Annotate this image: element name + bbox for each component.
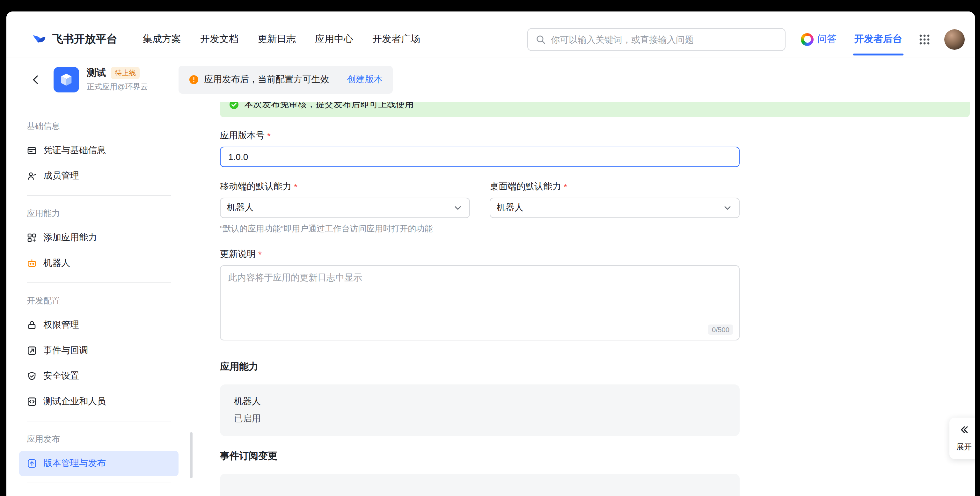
warning-circle-icon xyxy=(189,75,199,85)
robot-icon xyxy=(27,258,37,269)
sidebar-item-label: 成员管理 xyxy=(43,170,79,182)
required-mark: * xyxy=(258,249,262,259)
search-input[interactable] xyxy=(551,34,777,44)
app-cube-icon xyxy=(54,67,79,92)
capability-name: 机器人 xyxy=(234,396,725,407)
notice-text: 应用发布后，当前配置方可生效 xyxy=(204,74,329,86)
publish-notice-banner: 应用发布后，当前配置方可生效 创建版本 xyxy=(178,66,393,94)
sidebar-item-label: 机器人 xyxy=(43,258,70,269)
search-icon xyxy=(536,34,546,44)
version-label: 应用版本号* xyxy=(220,130,740,141)
nav-item-devsquare[interactable]: 开发者广场 xyxy=(372,33,420,45)
create-version-link[interactable]: 创建版本 xyxy=(347,74,383,86)
default-capability-row: 移动端的默认能力* 机器人 桌面端的默认能力* 机器人 xyxy=(220,181,740,218)
search-box[interactable] xyxy=(527,28,786,51)
event-callback-icon xyxy=(27,345,37,356)
brand[interactable]: 飞书开放平台 xyxy=(30,31,117,48)
page: 飞书开放平台 集成方案 开发文档 更新日志 应用中心 开发者广场 问答 xyxy=(0,0,980,496)
sidebar-section-title: 运营监控 xyxy=(19,490,178,496)
sidebar-item-label: 事件与回调 xyxy=(43,345,88,356)
app-meta: 正式应用@环界云 xyxy=(87,82,148,92)
tab-developer-console[interactable]: 开发者后台 xyxy=(854,33,902,45)
header-right: 问答 开发者后台 xyxy=(801,29,965,49)
app-name: 测试 xyxy=(87,67,106,79)
nav-item-changelog[interactable]: 更新日志 xyxy=(258,33,296,45)
sidebar-item-label: 权限管理 xyxy=(43,320,79,331)
sidebar-divider xyxy=(27,283,171,283)
top-navbar: 飞书开放平台 集成方案 开发文档 更新日志 应用中心 开发者广场 问答 xyxy=(6,11,975,57)
char-counter: 0/500 xyxy=(708,324,733,335)
update-notes-field: 更新说明* 0/500 xyxy=(220,249,740,340)
grid-apps-icon[interactable] xyxy=(919,33,930,45)
sidebar-item-label: 测试企业和人员 xyxy=(43,396,106,407)
sidebar-section-title: 基础信息 xyxy=(19,115,178,138)
sidebar-item-bot[interactable]: 机器人 xyxy=(19,251,178,276)
release-form: 应用版本号* 1.0.0 移动端的默认能力* 机器人 xyxy=(220,130,740,496)
sidebar-item-members[interactable]: 成员管理 xyxy=(19,163,178,189)
version-value: 1.0.0 xyxy=(228,152,248,162)
chevron-left-icon xyxy=(29,73,42,86)
expand-label: 展开 xyxy=(950,442,975,453)
capability-section-title: 应用能力 xyxy=(220,361,740,373)
mobile-capability-select[interactable]: 机器人 xyxy=(220,198,470,218)
brand-title: 飞书开放平台 xyxy=(52,32,117,46)
nav-item-integration[interactable]: 集成方案 xyxy=(143,33,181,45)
status-badge: 待上线 xyxy=(111,67,140,79)
sidebar-section-title: 开发配置 xyxy=(19,289,178,312)
qa-link[interactable]: 问答 xyxy=(801,33,837,46)
nav-item-docs[interactable]: 开发文档 xyxy=(200,33,239,45)
capability-panel: 机器人 已启用 xyxy=(220,385,740,436)
app-window: 飞书开放平台 集成方案 开发文档 更新日志 应用中心 开发者广场 问答 xyxy=(6,11,975,496)
member-icon xyxy=(27,171,37,181)
update-notes-label: 更新说明* xyxy=(220,249,740,260)
avatar[interactable] xyxy=(944,29,965,49)
test-code-icon xyxy=(27,397,37,407)
main-content: 本次发布免审核，提交发布后即可上线使用 应用版本号* 1.0.0 移动端的默认能… xyxy=(198,102,975,496)
security-shield-icon xyxy=(27,371,37,381)
text-caret xyxy=(249,152,249,162)
sidebar-item-credentials[interactable]: 凭证与基础信息 xyxy=(19,138,178,163)
version-input[interactable]: 1.0.0 xyxy=(220,147,740,167)
rainbow-ring-icon xyxy=(801,33,814,46)
sidebar-item-test-org[interactable]: 测试企业和人员 xyxy=(19,389,178,414)
events-section-title: 事件订阅变更 xyxy=(220,450,740,462)
required-mark: * xyxy=(294,182,298,192)
main-nav: 集成方案 开发文档 更新日志 应用中心 开发者广场 xyxy=(143,33,420,45)
mobile-capability-label: 移动端的默认能力* xyxy=(220,181,470,192)
sidebar-item-security[interactable]: 安全设置 xyxy=(19,363,178,389)
sidebar-section-title: 应用发布 xyxy=(19,428,178,451)
desktop-capability-field: 桌面端的默认能力* 机器人 xyxy=(490,181,740,218)
chevron-down-icon xyxy=(453,203,463,213)
expand-panel-button[interactable]: 展开 xyxy=(950,418,975,459)
events-panel xyxy=(220,474,740,496)
sidebar-divider xyxy=(27,483,171,483)
add-capability-icon xyxy=(27,233,37,243)
app-identity: 测试 待上线 正式应用@环界云 xyxy=(87,67,148,92)
nav-item-appcenter[interactable]: 应用中心 xyxy=(315,33,353,45)
sidebar-item-label: 添加应用能力 xyxy=(43,232,97,243)
success-banner-text: 本次发布免审核，提交发布后即可上线使用 xyxy=(244,102,414,110)
permission-lock-icon xyxy=(27,320,37,330)
update-notes-textarea[interactable] xyxy=(220,265,740,340)
sidebar-item-version-release[interactable]: 版本管理与发布 xyxy=(19,451,178,476)
required-mark: * xyxy=(564,182,567,192)
desktop-capability-value: 机器人 xyxy=(497,202,523,213)
chevron-down-icon xyxy=(722,203,733,213)
desktop-capability-select[interactable]: 机器人 xyxy=(490,198,740,218)
sidebar-item-events[interactable]: 事件与回调 xyxy=(19,338,178,363)
sidebar-item-permissions[interactable]: 权限管理 xyxy=(19,312,178,338)
required-mark: * xyxy=(267,131,270,141)
mobile-capability-field: 移动端的默认能力* 机器人 xyxy=(220,181,470,218)
sidebar-item-add-capability[interactable]: 添加应用能力 xyxy=(19,225,178,251)
back-button[interactable] xyxy=(28,72,43,87)
sidebar-scrollbar[interactable] xyxy=(190,432,192,478)
sidebar: 基础信息 凭证与基础信息 成员管理 应用能力 添加应用能力 xyxy=(19,102,178,496)
sidebar-section-title: 应用能力 xyxy=(19,202,178,225)
desktop-capability-label: 桌面端的默认能力* xyxy=(490,181,740,192)
sidebar-divider xyxy=(27,421,171,421)
sidebar-item-label: 版本管理与发布 xyxy=(43,458,106,469)
release-arrow-icon xyxy=(27,458,37,469)
sidebar-item-label: 凭证与基础信息 xyxy=(43,145,106,156)
sidebar-divider xyxy=(27,195,171,196)
check-circle-icon xyxy=(229,102,239,110)
